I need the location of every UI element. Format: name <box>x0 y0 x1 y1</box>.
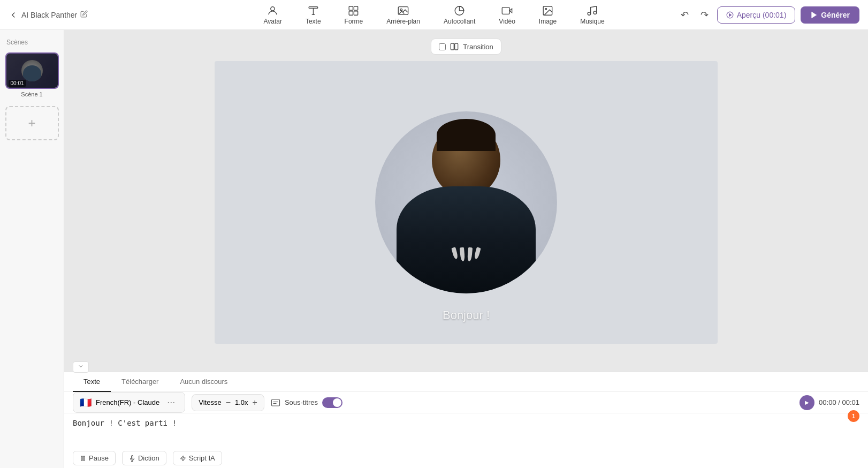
avatar-figure <box>375 111 557 293</box>
diction-icon <box>129 455 135 462</box>
script-ia-icon <box>180 455 186 462</box>
pause-button[interactable]: Pause <box>73 451 116 465</box>
script-ia-button[interactable]: Script IA <box>173 451 222 465</box>
add-scene-button[interactable]: + <box>5 106 59 140</box>
bottom-panel: Texte Télécharger Aucun discours 🇫🇷 Fren… <box>64 372 868 468</box>
toolbar-image[interactable]: Image <box>535 3 561 27</box>
toolbar-right: ↶ ↷ Aperçu (00:01) Générer <box>677 6 859 24</box>
scenes-label: Scènes <box>4 39 59 46</box>
svg-rect-4 <box>349 6 353 10</box>
toolbar-autocollant[interactable]: Autocollant <box>439 3 479 27</box>
pause-icon <box>80 455 86 462</box>
speed-decrease-button[interactable]: − <box>226 398 231 407</box>
playback-control: ▶ 00:00 / 00:01 <box>800 395 859 410</box>
svg-marker-29 <box>180 456 185 461</box>
bottom-controls: 🇫🇷 French(FR) - Claude ··· Vitesse − 1.0… <box>64 392 868 413</box>
scene-1-thumb[interactable]: 00:01 <box>5 52 59 89</box>
toolbar-forme[interactable]: Forme <box>340 3 368 27</box>
project-title: AI Black Panther <box>21 11 77 19</box>
speed-increase-button[interactable]: + <box>253 398 257 407</box>
bottom-actions: Pause Diction Script IA <box>64 448 868 468</box>
speed-label: Vitesse <box>199 398 221 406</box>
top-toolbar: AI Black Panther Avatar Texte Forme Arri… <box>0 0 868 30</box>
playback-time: 00:00 / 00:01 <box>819 398 859 406</box>
svg-point-9 <box>400 9 402 11</box>
svg-rect-25 <box>81 456 82 461</box>
svg-point-0 <box>271 6 275 10</box>
flag-icon: 🇫🇷 <box>80 397 92 409</box>
subtitles-toggle[interactable] <box>322 397 342 408</box>
play-button[interactable]: ▶ <box>800 395 814 410</box>
undo-button[interactable]: ↶ <box>677 6 692 24</box>
toolbar-musique[interactable]: Musique <box>576 3 608 27</box>
collapse-panel-button[interactable] <box>73 361 89 373</box>
scene-1-name: Scène 1 <box>21 89 42 100</box>
subtitles-label: Sous-titres <box>285 398 318 406</box>
svg-rect-7 <box>354 11 358 14</box>
canvas-area: Transition <box>64 30 868 372</box>
tab-telecharger[interactable]: Télécharger <box>111 372 169 392</box>
pause-label: Pause <box>89 454 109 462</box>
bottom-tabs: Texte Télécharger Aucun discours <box>64 372 868 392</box>
avatar-circle <box>375 111 557 293</box>
language-selector[interactable]: 🇫🇷 French(FR) - Claude ··· <box>73 392 185 413</box>
svg-rect-19 <box>451 43 454 50</box>
toolbar-video[interactable]: Vidéo <box>494 3 519 27</box>
tab-aucun-discours[interactable]: Aucun discours <box>169 372 238 392</box>
canvas-frame: Bonjour ! <box>215 61 718 344</box>
toolbar-arriere-plan[interactable]: Arrière-plan <box>382 3 424 27</box>
svg-marker-12 <box>509 9 512 12</box>
svg-rect-1 <box>309 6 318 8</box>
main-layout: Scènes 00:01 Scène 1 + Trans <box>0 30 868 468</box>
toolbar-center: Avatar Texte Forme Arrière-plan Autocoll… <box>259 3 608 27</box>
language-label: French(FR) - Claude <box>96 398 159 406</box>
tab-texte[interactable]: Texte <box>73 372 111 392</box>
subtitles-control: Sous-titres <box>271 397 342 408</box>
scene-time-badge: 00:01 <box>9 80 26 87</box>
speed-control: Vitesse − 1.0x + <box>192 394 264 411</box>
speed-value: 1.0x <box>235 398 248 406</box>
svg-rect-20 <box>455 43 458 50</box>
language-more-button[interactable]: ··· <box>164 396 178 409</box>
apercu-button[interactable]: Aperçu (00:01) <box>717 6 796 24</box>
transition-checkbox[interactable] <box>439 43 446 50</box>
redo-button[interactable]: ↷ <box>697 6 712 24</box>
svg-point-15 <box>588 12 591 15</box>
diction-button[interactable]: Diction <box>122 451 166 465</box>
svg-rect-5 <box>354 6 358 10</box>
toolbar-avatar[interactable]: Avatar <box>259 3 286 27</box>
edit-title-icon[interactable] <box>80 10 88 20</box>
toolbar-texte[interactable]: Texte <box>301 3 325 27</box>
svg-rect-6 <box>349 11 353 14</box>
svg-rect-22 <box>271 399 279 406</box>
svg-point-16 <box>594 11 597 13</box>
subtitle-text: Bonjour ! <box>443 308 490 322</box>
svg-rect-26 <box>83 456 85 461</box>
generer-button[interactable]: Générer <box>801 6 859 24</box>
svg-point-14 <box>545 8 547 10</box>
diction-label: Diction <box>138 454 159 462</box>
subtitles-icon <box>271 398 280 407</box>
transition-bar[interactable]: Transition <box>431 39 501 55</box>
sidebar: Scènes 00:01 Scène 1 + <box>0 30 64 468</box>
script-textarea[interactable] <box>73 413 859 446</box>
svg-marker-18 <box>729 13 732 16</box>
back-button[interactable]: AI Black Panther <box>9 10 77 20</box>
text-area-row: 1 <box>64 413 868 448</box>
transition-label: Transition <box>463 43 493 51</box>
script-ia-label: Script IA <box>189 454 215 462</box>
svg-rect-11 <box>502 7 509 14</box>
info-badge: 1 <box>848 410 859 422</box>
